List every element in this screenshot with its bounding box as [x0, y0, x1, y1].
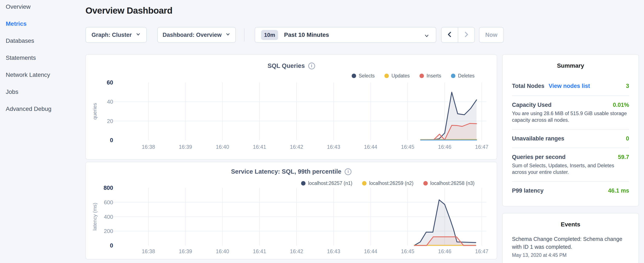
svg-text:600: 600	[104, 199, 113, 205]
event-timestamp: May 13, 2020 at 4:45 PM	[512, 252, 629, 258]
summary-row-total-nodes: Total Nodes View nodes list 3	[512, 83, 629, 89]
summary-label: Unavailable ranges	[512, 135, 564, 142]
chevron-right-icon	[463, 31, 470, 39]
svg-text:400: 400	[104, 214, 113, 220]
time-range-label: Past 10 Minutes	[284, 32, 329, 38]
svg-text:16:41: 16:41	[253, 248, 266, 254]
summary-row-unavailable-ranges: Unavailable ranges 0	[512, 135, 629, 142]
svg-text:16:46: 16:46	[438, 144, 451, 150]
service-latency-chart-card: Service Latency: SQL, 99th percentile lo…	[86, 162, 497, 259]
divider	[244, 28, 244, 42]
event-message[interactable]: Schema Change Completed: Schema change w…	[512, 235, 629, 251]
events-title: Events	[512, 213, 629, 228]
svg-text:16:45: 16:45	[401, 144, 414, 150]
view-nodes-list-link[interactable]: View nodes list	[549, 83, 590, 89]
divider	[512, 148, 629, 148]
chevron-down-icon	[424, 33, 430, 40]
events-panel: Events Schema Change Completed: Schema c…	[502, 213, 639, 263]
time-range-dropdown[interactable]: 10m Past 10 Minutes	[255, 27, 436, 43]
svg-text:0: 0	[110, 242, 113, 249]
summary-value: 59.7	[618, 154, 629, 160]
summary-value: 3	[626, 83, 629, 89]
chevron-left-icon	[446, 31, 453, 39]
graph-dropdown[interactable]: Graph: Cluster	[86, 27, 147, 43]
summary-row-capacity-used: Capacity Used 0.01%	[512, 102, 629, 108]
svg-text:16:45: 16:45	[401, 248, 414, 254]
summary-value: 0	[626, 135, 629, 142]
summary-description: You are using 28.6 MiB of 515.9 GiB usab…	[512, 110, 629, 123]
svg-text:800: 800	[104, 185, 113, 191]
svg-text:16:47: 16:47	[475, 248, 488, 254]
svg-text:60: 60	[107, 79, 113, 86]
svg-text:200: 200	[104, 228, 113, 234]
summary-value: 46.1 ms	[608, 187, 629, 194]
sidebar-item-jobs[interactable]: Jobs	[6, 88, 52, 105]
svg-text:16:46: 16:46	[438, 248, 451, 254]
svg-text:16:39: 16:39	[179, 248, 192, 254]
svg-text:16:42: 16:42	[290, 144, 304, 150]
previous-timespan-button[interactable]	[442, 28, 458, 42]
sidebar-item-network-latency[interactable]: Network Latency	[6, 71, 52, 88]
sql-queries-chart-card: SQL Queries SelectsUpdatesInsertsDeletes…	[86, 54, 497, 160]
summary-panel: Summary Total Nodes View nodes list 3 Ca…	[502, 54, 639, 206]
chevron-down-icon	[225, 32, 230, 38]
summary-title: Summary	[512, 55, 629, 69]
svg-text:16:40: 16:40	[216, 248, 229, 254]
now-button-label: Now	[486, 32, 498, 38]
summary-value: 0.01%	[613, 102, 629, 108]
summary-row-queries-per-second: Queries per second 59.7	[512, 154, 629, 160]
service-latency-chart[interactable]: 16:3816:3916:4016:4116:4216:4316:4416:45…	[86, 162, 498, 260]
divider	[512, 181, 629, 182]
summary-description: Sum of Selects, Updates, Inserts, and De…	[512, 162, 629, 176]
svg-text:16:41: 16:41	[253, 144, 266, 150]
sidebar-item-statements[interactable]: Statements	[6, 54, 52, 71]
sidebar-item-advanced-debug[interactable]: Advanced Debug	[6, 105, 52, 122]
time-pager	[441, 27, 475, 43]
divider	[512, 129, 629, 130]
svg-text:40: 40	[107, 99, 113, 105]
time-range-badge: 10m	[261, 30, 278, 40]
next-timespan-button[interactable]	[458, 28, 474, 42]
graph-dropdown-label: Graph: Cluster	[92, 32, 132, 38]
svg-text:16:44: 16:44	[364, 144, 378, 150]
summary-label: Total Nodes	[512, 83, 544, 89]
svg-text:16:44: 16:44	[364, 248, 378, 254]
svg-text:16:42: 16:42	[290, 248, 304, 254]
summary-label: Queries per second	[512, 154, 566, 160]
svg-text:16:38: 16:38	[142, 248, 155, 254]
svg-text:16:43: 16:43	[327, 248, 340, 254]
sidebar-item-databases[interactable]: Databases	[6, 37, 52, 54]
svg-text:16:47: 16:47	[475, 144, 488, 150]
summary-label: P99 latency	[512, 187, 544, 194]
svg-text:16:38: 16:38	[142, 144, 155, 150]
chevron-down-icon	[136, 32, 141, 38]
svg-text:16:43: 16:43	[327, 144, 340, 150]
summary-row-p99-latency: P99 latency 46.1 ms	[512, 187, 629, 194]
divider	[512, 95, 629, 96]
dashboard-dropdown-label: Dashboard: Overview	[163, 32, 222, 38]
dashboard-dropdown[interactable]: Dashboard: Overview	[157, 27, 236, 43]
svg-text:0: 0	[110, 137, 113, 143]
svg-text:20: 20	[107, 118, 113, 124]
sidebar-item-metrics[interactable]: Metrics	[6, 20, 52, 37]
now-button[interactable]: Now	[479, 27, 504, 43]
summary-label: Capacity Used	[512, 102, 552, 108]
svg-text:16:39: 16:39	[179, 144, 192, 150]
page-title: Overview Dashboard	[86, 6, 172, 16]
sql-queries-chart[interactable]: 16:3816:3916:4016:4116:4216:4316:4416:45…	[86, 55, 498, 160]
sidebar: Overview Metrics Databases Statements Ne…	[6, 3, 52, 122]
sidebar-item-overview[interactable]: Overview	[6, 3, 52, 20]
svg-text:16:40: 16:40	[216, 144, 229, 150]
